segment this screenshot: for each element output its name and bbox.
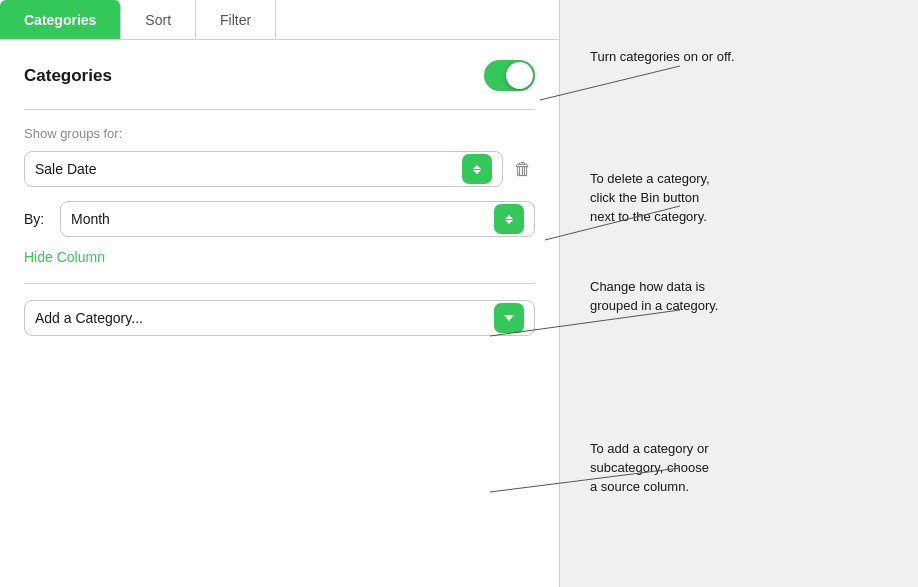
annotation-bin: To delete a category,click the Bin butto… xyxy=(590,170,710,227)
add-category-row: Add a Category... xyxy=(24,300,535,336)
panel-content: Categories Show groups for: Sale Date 🗑 xyxy=(0,40,559,356)
month-spinner-down-icon xyxy=(505,220,513,224)
categories-toggle[interactable] xyxy=(484,60,535,91)
hide-column-button[interactable]: Hide Column xyxy=(24,249,535,265)
annotation-toggle: Turn categories on or off. xyxy=(590,48,735,67)
month-spinner[interactable] xyxy=(494,204,524,234)
add-category-select[interactable]: Add a Category... xyxy=(24,300,535,336)
divider-2 xyxy=(24,283,535,284)
add-category-chevron[interactable] xyxy=(494,303,524,333)
categories-panel: Categories Sort Filter Categories Show g… xyxy=(0,0,560,587)
annotations-area: Turn categories on or off. To delete a c… xyxy=(560,0,918,587)
categories-row: Categories xyxy=(24,60,535,91)
tab-categories[interactable]: Categories xyxy=(0,0,121,39)
categories-heading: Categories xyxy=(24,66,112,86)
toggle-knob xyxy=(506,62,533,89)
tab-filter[interactable]: Filter xyxy=(196,0,276,39)
show-groups-label: Show groups for: xyxy=(24,126,535,141)
sale-date-spinner[interactable] xyxy=(462,154,492,184)
annotation-grouping: Change how data isgrouped in a category. xyxy=(590,278,718,316)
month-value: Month xyxy=(71,211,494,227)
tab-bar: Categories Sort Filter xyxy=(0,0,559,40)
sale-date-select[interactable]: Sale Date xyxy=(24,151,503,187)
sale-date-row: Sale Date 🗑 xyxy=(24,151,535,187)
chevron-down-icon xyxy=(504,315,514,321)
by-label: By: xyxy=(24,211,52,227)
annotation-add: To add a category orsubcategory, choosea… xyxy=(590,440,709,497)
divider-1 xyxy=(24,109,535,110)
delete-category-button[interactable]: 🗑 xyxy=(511,157,535,181)
sale-date-value: Sale Date xyxy=(35,161,462,177)
spinner-down-icon xyxy=(473,170,481,174)
by-row: By: Month xyxy=(24,201,535,237)
tab-sort[interactable]: Sort xyxy=(121,0,196,39)
month-spinner-up-icon xyxy=(505,215,513,219)
add-category-placeholder: Add a Category... xyxy=(35,310,494,326)
month-select[interactable]: Month xyxy=(60,201,535,237)
spinner-up-icon xyxy=(473,165,481,169)
